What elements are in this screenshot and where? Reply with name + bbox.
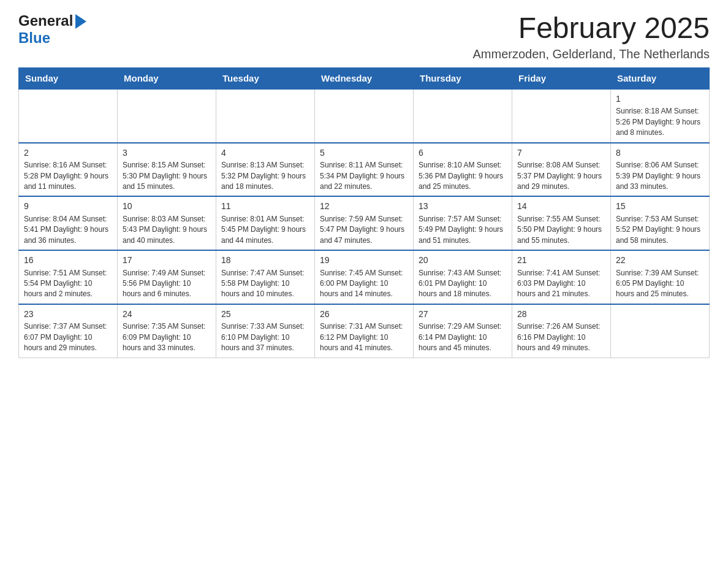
day-info: Sunrise: 7:37 AM Sunset: 6:07 PM Dayligh… (24, 321, 112, 353)
day-number: 15 (616, 201, 704, 213)
calendar-table: SundayMondayTuesdayWednesdayThursdayFrid… (18, 67, 710, 358)
day-info: Sunrise: 7:35 AM Sunset: 6:09 PM Dayligh… (123, 321, 211, 353)
calendar-cell: 15Sunrise: 7:53 AM Sunset: 5:52 PM Dayli… (611, 196, 710, 250)
calendar-cell: 12Sunrise: 7:59 AM Sunset: 5:47 PM Dayli… (315, 196, 414, 250)
day-number: 1 (616, 93, 704, 105)
logo: General Blue (18, 12, 86, 47)
day-info: Sunrise: 7:26 AM Sunset: 6:16 PM Dayligh… (517, 321, 605, 353)
calendar-header-tuesday: Tuesday (216, 67, 315, 89)
day-info: Sunrise: 8:01 AM Sunset: 5:45 PM Dayligh… (221, 214, 309, 246)
day-info: Sunrise: 8:11 AM Sunset: 5:34 PM Dayligh… (320, 160, 408, 192)
day-info: Sunrise: 7:47 AM Sunset: 5:58 PM Dayligh… (221, 268, 309, 300)
calendar-week-row: 2Sunrise: 8:16 AM Sunset: 5:28 PM Daylig… (19, 143, 710, 197)
logo-blue-text: Blue (18, 29, 50, 47)
calendar-cell: 5Sunrise: 8:11 AM Sunset: 5:34 PM Daylig… (315, 143, 414, 197)
calendar-cell: 16Sunrise: 7:51 AM Sunset: 5:54 PM Dayli… (19, 250, 118, 304)
calendar-week-row: 1Sunrise: 8:18 AM Sunset: 5:26 PM Daylig… (19, 89, 710, 143)
calendar-week-row: 16Sunrise: 7:51 AM Sunset: 5:54 PM Dayli… (19, 250, 710, 304)
day-info: Sunrise: 7:31 AM Sunset: 6:12 PM Dayligh… (320, 321, 408, 353)
calendar-header-wednesday: Wednesday (315, 67, 414, 89)
day-info: Sunrise: 7:57 AM Sunset: 5:49 PM Dayligh… (419, 214, 507, 246)
page-header: General Blue February 2025 Ammerzoden, G… (18, 12, 710, 61)
location-title: Ammerzoden, Gelderland, The Netherlands (472, 47, 710, 61)
day-number: 23 (24, 308, 112, 321)
calendar-cell (118, 89, 216, 143)
day-number: 5 (320, 147, 408, 159)
calendar-cell: 27Sunrise: 7:29 AM Sunset: 6:14 PM Dayli… (414, 304, 512, 358)
calendar-cell: 13Sunrise: 7:57 AM Sunset: 5:49 PM Dayli… (414, 196, 512, 250)
day-info: Sunrise: 7:51 AM Sunset: 5:54 PM Dayligh… (24, 268, 112, 300)
day-number: 24 (123, 308, 211, 321)
day-number: 11 (221, 201, 309, 213)
day-info: Sunrise: 8:03 AM Sunset: 5:43 PM Dayligh… (123, 214, 211, 246)
day-number: 10 (123, 201, 211, 213)
day-number: 25 (221, 308, 309, 321)
day-info: Sunrise: 8:10 AM Sunset: 5:36 PM Dayligh… (419, 160, 507, 192)
day-number: 7 (517, 147, 605, 159)
day-number: 4 (221, 147, 309, 159)
day-info: Sunrise: 7:59 AM Sunset: 5:47 PM Dayligh… (320, 214, 408, 246)
day-number: 3 (123, 147, 211, 159)
day-number: 21 (517, 255, 605, 267)
day-number: 9 (24, 201, 112, 213)
calendar-cell: 25Sunrise: 7:33 AM Sunset: 6:10 PM Dayli… (216, 304, 315, 358)
day-info: Sunrise: 8:16 AM Sunset: 5:28 PM Dayligh… (24, 160, 112, 192)
day-info: Sunrise: 7:45 AM Sunset: 6:00 PM Dayligh… (320, 268, 408, 300)
calendar-cell: 1Sunrise: 8:18 AM Sunset: 5:26 PM Daylig… (611, 89, 710, 143)
day-info: Sunrise: 8:13 AM Sunset: 5:32 PM Dayligh… (221, 160, 309, 192)
calendar-cell: 10Sunrise: 8:03 AM Sunset: 5:43 PM Dayli… (118, 196, 216, 250)
day-number: 14 (517, 201, 605, 213)
day-number: 16 (24, 255, 112, 267)
day-number: 2 (24, 147, 112, 159)
calendar-week-row: 23Sunrise: 7:37 AM Sunset: 6:07 PM Dayli… (19, 304, 710, 358)
day-info: Sunrise: 7:39 AM Sunset: 6:05 PM Dayligh… (616, 268, 704, 300)
calendar-header-monday: Monday (118, 67, 216, 89)
calendar-cell: 21Sunrise: 7:41 AM Sunset: 6:03 PM Dayli… (512, 250, 611, 304)
day-number: 17 (123, 255, 211, 267)
day-info: Sunrise: 8:06 AM Sunset: 5:39 PM Dayligh… (616, 160, 704, 192)
day-info: Sunrise: 7:33 AM Sunset: 6:10 PM Dayligh… (221, 321, 309, 353)
day-info: Sunrise: 8:08 AM Sunset: 5:37 PM Dayligh… (517, 160, 605, 192)
day-info: Sunrise: 8:04 AM Sunset: 5:41 PM Dayligh… (24, 214, 112, 246)
calendar-header-row: SundayMondayTuesdayWednesdayThursdayFrid… (19, 67, 710, 89)
calendar-cell: 17Sunrise: 7:49 AM Sunset: 5:56 PM Dayli… (118, 250, 216, 304)
calendar-cell (512, 89, 611, 143)
calendar-cell: 7Sunrise: 8:08 AM Sunset: 5:37 PM Daylig… (512, 143, 611, 197)
day-number: 22 (616, 255, 704, 267)
day-info: Sunrise: 7:29 AM Sunset: 6:14 PM Dayligh… (419, 321, 507, 353)
calendar-cell: 3Sunrise: 8:15 AM Sunset: 5:30 PM Daylig… (118, 143, 216, 197)
calendar-header-thursday: Thursday (414, 67, 512, 89)
calendar-cell: 28Sunrise: 7:26 AM Sunset: 6:16 PM Dayli… (512, 304, 611, 358)
day-number: 6 (419, 147, 507, 159)
calendar-header-friday: Friday (512, 67, 611, 89)
day-number: 20 (419, 255, 507, 267)
day-number: 18 (221, 255, 309, 267)
day-number: 12 (320, 201, 408, 213)
calendar-cell (315, 89, 414, 143)
day-info: Sunrise: 7:53 AM Sunset: 5:52 PM Dayligh… (616, 214, 704, 246)
calendar-cell: 8Sunrise: 8:06 AM Sunset: 5:39 PM Daylig… (611, 143, 710, 197)
calendar-cell: 24Sunrise: 7:35 AM Sunset: 6:09 PM Dayli… (118, 304, 216, 358)
calendar-header-saturday: Saturday (611, 67, 710, 89)
calendar-cell: 19Sunrise: 7:45 AM Sunset: 6:00 PM Dayli… (315, 250, 414, 304)
day-info: Sunrise: 7:41 AM Sunset: 6:03 PM Dayligh… (517, 268, 605, 300)
title-area: February 2025 Ammerzoden, Gelderland, Th… (472, 12, 710, 61)
calendar-cell: 11Sunrise: 8:01 AM Sunset: 5:45 PM Dayli… (216, 196, 315, 250)
logo-general-text: General (18, 12, 73, 29)
day-info: Sunrise: 8:15 AM Sunset: 5:30 PM Dayligh… (123, 160, 211, 192)
day-number: 26 (320, 308, 408, 321)
calendar-cell: 26Sunrise: 7:31 AM Sunset: 6:12 PM Dayli… (315, 304, 414, 358)
day-info: Sunrise: 7:55 AM Sunset: 5:50 PM Dayligh… (517, 214, 605, 246)
calendar-cell: 9Sunrise: 8:04 AM Sunset: 5:41 PM Daylig… (19, 196, 118, 250)
day-number: 19 (320, 255, 408, 267)
calendar-week-row: 9Sunrise: 8:04 AM Sunset: 5:41 PM Daylig… (19, 196, 710, 250)
calendar-cell: 18Sunrise: 7:47 AM Sunset: 5:58 PM Dayli… (216, 250, 315, 304)
calendar-cell: 22Sunrise: 7:39 AM Sunset: 6:05 PM Dayli… (611, 250, 710, 304)
day-number: 27 (419, 308, 507, 321)
calendar-cell (216, 89, 315, 143)
day-info: Sunrise: 7:49 AM Sunset: 5:56 PM Dayligh… (123, 268, 211, 300)
calendar-cell: 14Sunrise: 7:55 AM Sunset: 5:50 PM Dayli… (512, 196, 611, 250)
logo-arrow-icon (75, 14, 86, 29)
calendar-cell (19, 89, 118, 143)
month-title: February 2025 (472, 12, 710, 45)
